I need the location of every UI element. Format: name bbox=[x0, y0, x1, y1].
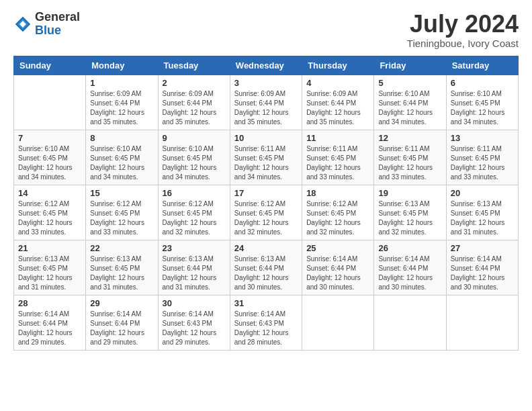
day-cell: 19 Sunrise: 6:13 AMSunset: 6:45 PMDaylig… bbox=[374, 185, 446, 240]
day-number: 10 bbox=[234, 133, 298, 143]
day-number: 27 bbox=[451, 243, 514, 253]
day-info: Sunrise: 6:09 AMSunset: 6:44 PMDaylight:… bbox=[90, 90, 144, 126]
day-number: 31 bbox=[234, 298, 298, 308]
day-info: Sunrise: 6:11 AMSunset: 6:45 PMDaylight:… bbox=[451, 145, 505, 181]
day-number: 16 bbox=[163, 188, 226, 198]
day-cell bbox=[374, 295, 446, 350]
day-cell: 18 Sunrise: 6:12 AMSunset: 6:45 PMDaylig… bbox=[302, 185, 374, 240]
day-info: Sunrise: 6:09 AMSunset: 6:44 PMDaylight:… bbox=[234, 90, 289, 126]
day-number: 6 bbox=[451, 78, 514, 88]
day-info: Sunrise: 6:14 AMSunset: 6:44 PMDaylight:… bbox=[378, 255, 433, 291]
logo: General Blue bbox=[13, 11, 80, 38]
header-saturday: Saturday bbox=[446, 56, 518, 75]
day-info: Sunrise: 6:14 AMSunset: 6:43 PMDaylight:… bbox=[234, 310, 289, 346]
day-cell: 24 Sunrise: 6:13 AMSunset: 6:44 PMDaylig… bbox=[230, 240, 302, 295]
day-cell: 1 Sunrise: 6:09 AMSunset: 6:44 PMDayligh… bbox=[86, 75, 158, 130]
day-cell: 27 Sunrise: 6:14 AMSunset: 6:44 PMDaylig… bbox=[446, 240, 518, 295]
day-info: Sunrise: 6:13 AMSunset: 6:45 PMDaylight:… bbox=[378, 200, 433, 236]
day-number: 8 bbox=[90, 133, 153, 143]
title-block: July 2024 Tieningboue, Ivory Coast bbox=[407, 11, 519, 49]
header-tuesday: Tuesday bbox=[158, 56, 230, 75]
week-row-0: 1 Sunrise: 6:09 AMSunset: 6:44 PMDayligh… bbox=[14, 75, 519, 130]
day-cell: 20 Sunrise: 6:13 AMSunset: 6:45 PMDaylig… bbox=[446, 185, 518, 240]
day-cell bbox=[14, 75, 86, 130]
day-info: Sunrise: 6:11 AMSunset: 6:45 PMDaylight:… bbox=[306, 145, 361, 181]
day-cell: 6 Sunrise: 6:10 AMSunset: 6:45 PMDayligh… bbox=[446, 75, 518, 130]
day-cell: 8 Sunrise: 6:10 AMSunset: 6:45 PMDayligh… bbox=[86, 130, 158, 185]
day-info: Sunrise: 6:09 AMSunset: 6:44 PMDaylight:… bbox=[306, 90, 361, 126]
day-cell: 17 Sunrise: 6:12 AMSunset: 6:45 PMDaylig… bbox=[230, 185, 302, 240]
header-monday: Monday bbox=[86, 56, 158, 75]
day-cell: 28 Sunrise: 6:14 AMSunset: 6:44 PMDaylig… bbox=[14, 295, 86, 350]
day-cell: 13 Sunrise: 6:11 AMSunset: 6:45 PMDaylig… bbox=[446, 130, 518, 185]
day-cell: 31 Sunrise: 6:14 AMSunset: 6:43 PMDaylig… bbox=[230, 295, 302, 350]
day-number: 20 bbox=[451, 188, 514, 198]
day-info: Sunrise: 6:11 AMSunset: 6:45 PMDaylight:… bbox=[234, 145, 289, 181]
day-number: 3 bbox=[234, 78, 298, 88]
day-number: 5 bbox=[378, 78, 441, 88]
day-cell: 2 Sunrise: 6:09 AMSunset: 6:44 PMDayligh… bbox=[158, 75, 230, 130]
day-info: Sunrise: 6:14 AMSunset: 6:43 PMDaylight:… bbox=[163, 310, 217, 346]
day-number: 28 bbox=[18, 298, 81, 308]
day-cell: 23 Sunrise: 6:13 AMSunset: 6:44 PMDaylig… bbox=[158, 240, 230, 295]
day-info: Sunrise: 6:12 AMSunset: 6:45 PMDaylight:… bbox=[306, 200, 361, 236]
day-info: Sunrise: 6:13 AMSunset: 6:44 PMDaylight:… bbox=[234, 255, 289, 291]
day-number: 25 bbox=[306, 243, 369, 253]
header-wednesday: Wednesday bbox=[230, 56, 302, 75]
day-cell: 3 Sunrise: 6:09 AMSunset: 6:44 PMDayligh… bbox=[230, 75, 302, 130]
main-title: July 2024 bbox=[407, 11, 519, 38]
header-thursday: Thursday bbox=[302, 56, 374, 75]
day-info: Sunrise: 6:12 AMSunset: 6:45 PMDaylight:… bbox=[90, 200, 144, 236]
day-number: 26 bbox=[378, 243, 441, 253]
week-row-3: 21 Sunrise: 6:13 AMSunset: 6:45 PMDaylig… bbox=[14, 240, 519, 295]
day-number: 21 bbox=[18, 243, 81, 253]
day-cell: 14 Sunrise: 6:12 AMSunset: 6:45 PMDaylig… bbox=[14, 185, 86, 240]
day-info: Sunrise: 6:10 AMSunset: 6:45 PMDaylight:… bbox=[18, 145, 73, 181]
day-info: Sunrise: 6:09 AMSunset: 6:44 PMDaylight:… bbox=[163, 90, 217, 126]
day-cell: 11 Sunrise: 6:11 AMSunset: 6:45 PMDaylig… bbox=[302, 130, 374, 185]
day-info: Sunrise: 6:10 AMSunset: 6:45 PMDaylight:… bbox=[163, 145, 217, 181]
day-cell: 29 Sunrise: 6:14 AMSunset: 6:44 PMDaylig… bbox=[86, 295, 158, 350]
day-info: Sunrise: 6:10 AMSunset: 6:44 PMDaylight:… bbox=[378, 90, 433, 126]
page: General Blue July 2024 Tieningboue, Ivor… bbox=[0, 0, 532, 361]
day-info: Sunrise: 6:10 AMSunset: 6:45 PMDaylight:… bbox=[451, 90, 505, 126]
day-cell: 21 Sunrise: 6:13 AMSunset: 6:45 PMDaylig… bbox=[14, 240, 86, 295]
day-info: Sunrise: 6:14 AMSunset: 6:44 PMDaylight:… bbox=[90, 310, 144, 346]
day-cell: 15 Sunrise: 6:12 AMSunset: 6:45 PMDaylig… bbox=[86, 185, 158, 240]
day-number: 24 bbox=[234, 243, 298, 253]
header: General Blue July 2024 Tieningboue, Ivor… bbox=[13, 11, 519, 49]
week-row-2: 14 Sunrise: 6:12 AMSunset: 6:45 PMDaylig… bbox=[14, 185, 519, 240]
day-number: 1 bbox=[90, 78, 153, 88]
day-number: 7 bbox=[18, 133, 81, 143]
day-info: Sunrise: 6:13 AMSunset: 6:45 PMDaylight:… bbox=[18, 255, 73, 291]
day-cell: 26 Sunrise: 6:14 AMSunset: 6:44 PMDaylig… bbox=[374, 240, 446, 295]
day-number: 12 bbox=[378, 133, 441, 143]
day-number: 30 bbox=[163, 298, 226, 308]
logo-icon bbox=[13, 15, 32, 34]
day-info: Sunrise: 6:14 AMSunset: 6:44 PMDaylight:… bbox=[451, 255, 505, 291]
day-cell: 10 Sunrise: 6:11 AMSunset: 6:45 PMDaylig… bbox=[230, 130, 302, 185]
calendar-table: Sunday Monday Tuesday Wednesday Thursday… bbox=[13, 56, 519, 351]
day-number: 13 bbox=[451, 133, 514, 143]
day-number: 22 bbox=[90, 243, 153, 253]
day-number: 4 bbox=[306, 78, 369, 88]
day-cell: 7 Sunrise: 6:10 AMSunset: 6:45 PMDayligh… bbox=[14, 130, 86, 185]
day-info: Sunrise: 6:13 AMSunset: 6:45 PMDaylight:… bbox=[90, 255, 144, 291]
day-cell: 22 Sunrise: 6:13 AMSunset: 6:45 PMDaylig… bbox=[86, 240, 158, 295]
day-info: Sunrise: 6:11 AMSunset: 6:45 PMDaylight:… bbox=[378, 145, 433, 181]
day-number: 18 bbox=[306, 188, 369, 198]
day-info: Sunrise: 6:13 AMSunset: 6:45 PMDaylight:… bbox=[451, 200, 505, 236]
header-row: Sunday Monday Tuesday Wednesday Thursday… bbox=[14, 56, 519, 75]
day-number: 14 bbox=[18, 188, 81, 198]
day-number: 17 bbox=[234, 188, 298, 198]
day-info: Sunrise: 6:14 AMSunset: 6:44 PMDaylight:… bbox=[18, 310, 73, 346]
day-number: 19 bbox=[378, 188, 441, 198]
week-row-1: 7 Sunrise: 6:10 AMSunset: 6:45 PMDayligh… bbox=[14, 130, 519, 185]
day-cell: 30 Sunrise: 6:14 AMSunset: 6:43 PMDaylig… bbox=[158, 295, 230, 350]
day-info: Sunrise: 6:10 AMSunset: 6:45 PMDaylight:… bbox=[90, 145, 144, 181]
day-cell: 16 Sunrise: 6:12 AMSunset: 6:45 PMDaylig… bbox=[158, 185, 230, 240]
day-info: Sunrise: 6:12 AMSunset: 6:45 PMDaylight:… bbox=[18, 200, 73, 236]
day-number: 11 bbox=[306, 133, 369, 143]
day-cell: 12 Sunrise: 6:11 AMSunset: 6:45 PMDaylig… bbox=[374, 130, 446, 185]
day-info: Sunrise: 6:13 AMSunset: 6:44 PMDaylight:… bbox=[163, 255, 217, 291]
